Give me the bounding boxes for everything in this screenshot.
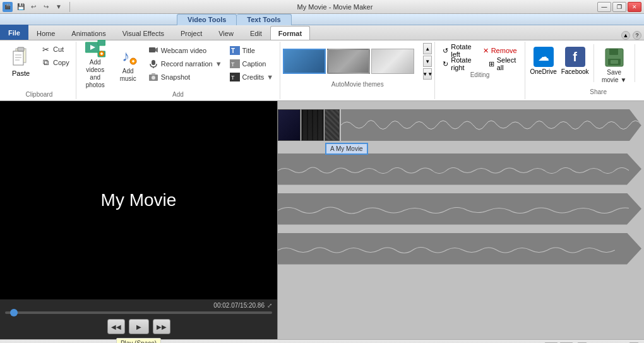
collapse-ribbon-btn[interactable]: ▲	[621, 31, 630, 40]
title-overlay-text: A My Movie	[330, 145, 363, 152]
rotate-right-icon: ↻	[443, 60, 448, 68]
timestamp: 00:02.07/15:20.86	[213, 302, 265, 309]
expand-icon[interactable]: ⤢	[267, 302, 272, 309]
rotate-left-icon: ↺	[443, 47, 448, 55]
theme-item-2[interactable]	[327, 49, 370, 74]
redo-quick-btn[interactable]: ↪	[40, 1, 52, 13]
onedrive-button[interactable]: ☁ OneDrive	[529, 44, 558, 87]
svg-point-22	[152, 76, 155, 80]
video-frame-3[interactable]	[325, 109, 340, 141]
snapshot-button[interactable]: Snapshot	[146, 71, 225, 83]
facebook-label: Facebook	[561, 68, 589, 75]
clipboard-group-content: Paste ✂ Cut ⧉ Copy	[6, 43, 72, 90]
clipboard-group-label: Clipboard	[6, 90, 72, 99]
add-music-button[interactable]: ♪ Addmusic	[113, 43, 143, 86]
quick-access-toolbar: 💾 ↩ ↪ ▼	[15, 1, 64, 13]
video-frame-1[interactable]	[278, 109, 301, 141]
dropdown-quick-btn[interactable]: ▼	[53, 1, 64, 13]
theme-scroll-down[interactable]: ▼	[423, 56, 432, 67]
add-videos-button[interactable]: Add videosand photos	[80, 43, 110, 86]
playback-controls: ◀◀ ▶ ▶▶	[5, 316, 272, 337]
tab-home[interactable]: Home	[28, 26, 63, 40]
close-button[interactable]: ✕	[628, 2, 641, 12]
track-1-audio[interactable]	[341, 109, 641, 141]
rotate-left-button[interactable]: ↺ Rotate left	[439, 44, 475, 57]
next-frame-button[interactable]: ▶▶	[153, 319, 170, 334]
record-narration-label: Record narration	[161, 60, 213, 68]
help-btn[interactable]: ?	[633, 31, 641, 40]
track-3-waveform	[278, 201, 629, 220]
save-quick-btn[interactable]: 💾	[15, 1, 27, 13]
title-overlay[interactable]: A My Movie	[325, 143, 368, 155]
clipboard-group: Paste ✂ Cut ⧉ Copy Clipboard	[3, 42, 76, 99]
track-2-content[interactable]	[278, 153, 641, 185]
tab-visual-effects[interactable]: Visual Effects	[114, 26, 172, 40]
svg-rect-8	[98, 40, 105, 45]
webcam-label: Webcam video	[161, 47, 207, 54]
time-display: 00:02.07/15:20.86 ⤢	[5, 302, 272, 309]
cut-button[interactable]: ✂ Cut	[38, 43, 72, 56]
tab-file[interactable]: File	[0, 25, 28, 40]
save-movie-button[interactable]: Savemovie ▼	[598, 44, 631, 87]
paste-button[interactable]: Paste	[6, 43, 35, 86]
tab-edit[interactable]: Edit	[242, 26, 270, 40]
snapshot-icon	[148, 72, 158, 82]
facebook-button[interactable]: f Facebook	[561, 44, 590, 87]
title-icon: T	[230, 45, 240, 56]
maximize-button[interactable]: ❐	[612, 2, 626, 12]
video-title: My Movie	[101, 190, 177, 210]
tab-format[interactable]: Format	[270, 26, 310, 40]
track-2-waveform	[278, 161, 629, 180]
theme-scroll-up[interactable]: ▲	[423, 43, 432, 54]
cut-copy-col: ✂ Cut ⧉ Copy	[38, 43, 72, 69]
credits-label: Credits	[242, 73, 265, 81]
timeline-scroll[interactable]: A My Movie	[278, 101, 644, 339]
undo-quick-btn[interactable]: ↩	[28, 1, 39, 13]
rotate-right-button[interactable]: ↻ Rotate right	[439, 57, 480, 70]
rotate-right-label: Rotate right	[451, 56, 477, 71]
tab-animations[interactable]: Animations	[63, 26, 114, 40]
credits-button[interactable]: T Credits ▼	[227, 71, 277, 83]
paste-label: Paste	[12, 69, 30, 77]
progress-thumb[interactable]	[10, 309, 18, 316]
video-frame-2[interactable]	[301, 109, 324, 141]
status-bar: Item 1 of 6 − +	[0, 339, 644, 343]
svg-text:T: T	[231, 61, 235, 68]
remove-button[interactable]: ✕ Remove	[479, 44, 521, 57]
minimize-button[interactable]: —	[597, 2, 611, 12]
caption-button[interactable]: T Caption	[227, 57, 277, 70]
copy-button[interactable]: ⧉ Copy	[38, 56, 72, 69]
tab-video-tools[interactable]: Video Tools	[177, 14, 237, 25]
select-all-button[interactable]: ⊞ Select all	[485, 57, 521, 70]
webcam-video-button[interactable]: Webcam video	[146, 44, 225, 57]
track-3-content[interactable]	[278, 193, 641, 225]
webcam-icon	[148, 45, 158, 56]
add-group-label: Add	[80, 90, 277, 99]
share-content: ☁ OneDrive f Facebook Savemovie ▼	[529, 43, 644, 87]
tab-text-tools[interactable]: Text Tools	[237, 14, 291, 25]
add-music-icon: ♪	[118, 46, 138, 66]
timeline-track-4	[278, 231, 641, 266]
title-button[interactable]: T Title	[227, 44, 277, 57]
prev-frame-button[interactable]: ◀◀	[107, 319, 125, 334]
theme-scroll-btns: ▲ ▼ ▼▼	[423, 43, 432, 80]
record-narration-button[interactable]: Record narration ▼	[146, 57, 225, 70]
ribbon-tabs: File Home Animations Visual Effects Proj…	[0, 25, 644, 40]
tab-view[interactable]: View	[210, 26, 242, 40]
play-button[interactable]: ▶	[129, 319, 149, 334]
tab-project[interactable]: Project	[172, 26, 210, 40]
theme-item-1[interactable]	[283, 49, 326, 74]
title-bar: 🎬 💾 ↩ ↪ ▼ My Movie - Movie Maker — ❐ ✕	[0, 0, 644, 14]
svg-rect-19	[152, 60, 155, 65]
theme-item-3[interactable]	[371, 49, 414, 74]
add-group-content: Add videosand photos ♪ Addmusic	[80, 43, 277, 90]
theme-list	[283, 49, 422, 74]
progress-bar[interactable]	[5, 311, 272, 314]
svg-text:T: T	[231, 47, 235, 54]
ribbon: Paste ✂ Cut ⧉ Copy Clipboard	[0, 40, 644, 101]
save-movie-icon	[604, 47, 624, 68]
profile-button[interactable]: Lewis	[639, 44, 644, 87]
app-icon: 🎬	[3, 2, 13, 12]
track-4-content[interactable]	[278, 233, 641, 265]
theme-scroll-more[interactable]: ▼▼	[423, 68, 432, 80]
